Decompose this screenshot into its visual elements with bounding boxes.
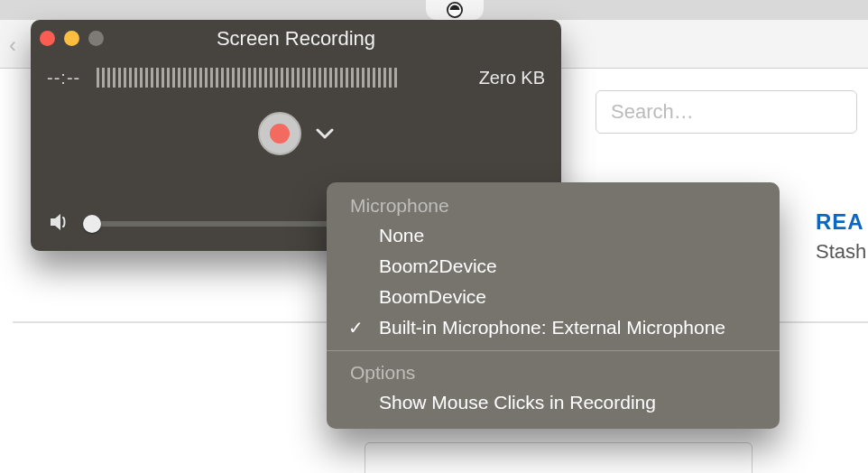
browser-back-button[interactable]: ‹: [9, 32, 16, 58]
panel-title: Screen Recording: [31, 27, 561, 51]
sidebar-link-stash[interactable]: Stash: [816, 240, 866, 264]
menu-header-microphone: Microphone: [327, 191, 780, 220]
menu-item-show-mouse-clicks[interactable]: Show Mouse Clicks in Recording: [327, 387, 780, 418]
search-input[interactable]: [611, 100, 842, 124]
menu-item-mic-none[interactable]: None: [327, 220, 780, 251]
menu-header-options: Options: [327, 358, 780, 387]
traffic-lights: [40, 31, 104, 46]
volume-slider-thumb[interactable]: [83, 215, 101, 233]
menu-item-label: BoomDevice: [379, 286, 486, 307]
zoom-window-button[interactable]: [88, 31, 104, 46]
panel-titlebar[interactable]: Screen Recording: [31, 20, 561, 58]
record-options-dropdown-button[interactable]: [316, 127, 334, 140]
menu-item-label: Built-in Microphone: External Microphone: [379, 317, 725, 338]
tab-favicon-icon: [447, 2, 463, 18]
speaker-icon: [49, 212, 70, 236]
search-box[interactable]: [596, 90, 857, 134]
browser-active-tab[interactable]: [426, 0, 484, 20]
menu-item-label: Boom2Device: [379, 255, 497, 276]
menu-item-label: None: [379, 225, 424, 246]
close-window-button[interactable]: [40, 31, 55, 46]
sidebar-link-readme[interactable]: REA: [816, 209, 864, 235]
audio-level-meter: [97, 68, 462, 88]
minimize-window-button[interactable]: [64, 31, 79, 46]
menu-separator: [327, 350, 780, 351]
file-box[interactable]: [365, 442, 753, 473]
menu-item-mic-builtin-external[interactable]: ✓ Built-in Microphone: External Micropho…: [327, 312, 780, 343]
chevron-down-icon: [316, 127, 334, 140]
menu-item-mic-boomdevice[interactable]: BoomDevice: [327, 282, 780, 312]
checkmark-icon: ✓: [348, 317, 364, 339]
menu-item-mic-boom2device[interactable]: Boom2Device: [327, 251, 780, 282]
record-controls: [31, 97, 561, 170]
record-button[interactable]: [258, 112, 301, 155]
recorder-info-row: --:-- Zero KB: [31, 58, 561, 97]
file-size: Zero KB: [479, 68, 545, 88]
elapsed-time: --:--: [47, 68, 80, 88]
menu-item-label: Show Mouse Clicks in Recording: [379, 392, 656, 413]
record-dot-icon: [270, 124, 290, 144]
record-options-menu: Microphone None Boom2Device BoomDevice ✓…: [327, 182, 780, 429]
